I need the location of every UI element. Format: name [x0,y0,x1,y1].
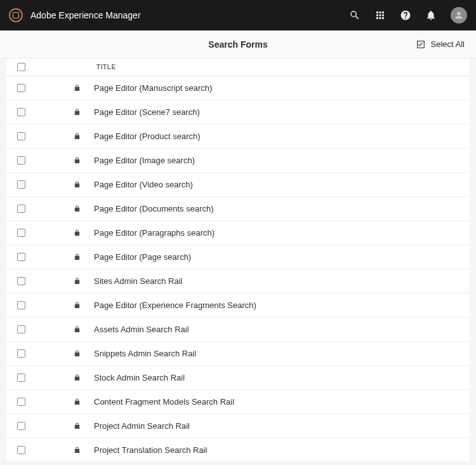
lock-icon [74,181,81,188]
row-checkbox[interactable] [17,156,25,165]
row-title: Page Editor (Video search) [94,180,193,189]
row-title: Project Admin Search Rail [94,421,190,431]
row-checkbox[interactable] [17,108,25,116]
row-checkbox[interactable] [17,277,25,285]
row-checkbox[interactable] [17,301,25,309]
row-title: Page Editor (Image search) [94,156,195,165]
row-checkbox[interactable] [17,446,25,454]
lock-icon [74,253,81,260]
row-checkbox[interactable] [17,374,25,382]
row-title: Page Editor (Page search) [94,252,191,262]
lock-icon [74,302,81,309]
table-row[interactable]: Page Editor (Documents search) [6,197,470,221]
help-icon[interactable] [400,10,411,21]
row-title: Page Editor (Product search) [94,131,201,141]
header-checkbox[interactable] [17,63,25,71]
row-checkbox[interactable] [17,325,25,334]
user-avatar-icon[interactable] [451,7,467,24]
bell-icon[interactable] [425,10,437,21]
row-title: Sites Admin Search Rail [94,276,182,286]
row-checkbox[interactable] [17,398,25,406]
apps-grid-icon[interactable] [374,10,386,21]
column-header-checkbox-cell [6,63,36,71]
table-row[interactable]: Page Editor (Product search) [6,125,470,149]
table-row[interactable]: Content Fragment Models Search Rail [6,390,470,414]
row-title: Page Editor (Paragraphs search) [94,228,215,238]
row-checkbox[interactable] [17,229,25,237]
row-title: Stock Admin Search Rail [94,373,185,382]
lock-icon [74,157,81,164]
page-title: Search Forms [208,39,267,50]
table-row[interactable]: Assets Admin Search Rail [6,318,470,342]
row-checkbox[interactable] [17,349,25,358]
lock-icon [74,205,81,212]
lock-icon [74,398,81,405]
search-icon[interactable] [349,10,360,21]
select-all-icon [416,39,426,50]
table-row[interactable]: Project Admin Search Rail [6,414,470,438]
select-all-label: Select All [431,39,465,49]
row-title: Page Editor (Manuscript search) [94,83,212,93]
table-row[interactable]: Page Editor (Image search) [6,149,470,173]
row-title: Page Editor (Experience Fragments Search… [94,300,256,310]
table-row[interactable]: Page Editor (Scene7 search) [6,100,470,125]
aem-logo-icon[interactable] [9,8,23,22]
lock-icon [74,84,81,91]
table-row[interactable]: Project Translation Search Rail [6,438,470,462]
table-row[interactable]: Page Editor (Video search) [6,173,470,197]
row-title: Assets Admin Search Rail [94,325,189,334]
table-row[interactable]: Page Editor (Experience Fragments Search… [6,293,470,318]
lock-icon [74,326,81,333]
lock-icon [74,374,81,381]
table-row[interactable]: Snippets Admin Search Rail [6,342,470,366]
lock-icon [74,278,81,285]
lock-icon [74,447,81,454]
lock-icon [74,422,81,429]
table-row[interactable]: Page Editor (Manuscript search) [6,76,470,100]
global-topbar: Adobe Experience Manager [0,0,476,30]
row-checkbox[interactable] [17,253,25,261]
table-row[interactable]: Page Editor (Paragraphs search) [6,221,470,245]
lock-icon [74,350,81,357]
row-title: Project Translation Search Rail [94,445,207,455]
rows-list: Page Editor (Manuscript search)Page Edit… [6,76,470,462]
row-title: Page Editor (Scene7 search) [94,107,200,117]
select-all-button[interactable]: Select All [416,39,465,50]
row-title: Snippets Admin Search Rail [94,349,196,358]
column-header-row: Title [6,58,470,76]
row-checkbox[interactable] [17,84,25,92]
page-subbar: Search Forms Select All [0,30,476,58]
row-checkbox[interactable] [17,180,25,189]
row-title: Page Editor (Documents search) [94,204,214,213]
lock-icon [74,229,81,236]
lock-icon [74,133,81,140]
column-header-title: Title [96,64,470,71]
row-checkbox[interactable] [17,132,25,140]
row-checkbox[interactable] [17,205,25,213]
table-row[interactable]: Stock Admin Search Rail [6,366,470,390]
lock-icon [74,109,81,116]
table-row[interactable]: Page Editor (Page search) [6,245,470,269]
row-checkbox[interactable] [17,422,25,430]
row-title: Content Fragment Models Search Rail [94,397,234,407]
topbar-actions [349,7,467,24]
app-name: Adobe Experience Manager [30,10,141,20]
table-row[interactable]: Sites Admin Search Rail [6,269,470,293]
